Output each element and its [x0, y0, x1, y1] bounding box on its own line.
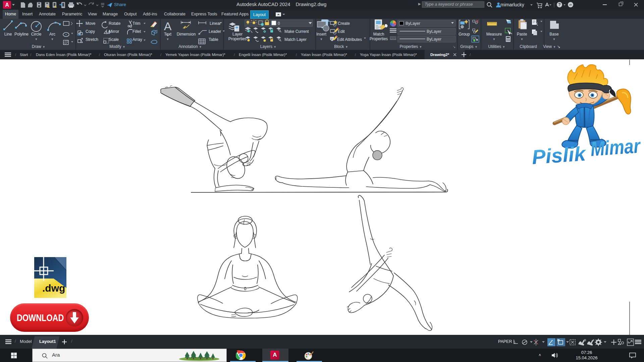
svg-text:A: A [164, 20, 172, 33]
svg-text:ByLayer: ByLayer [406, 21, 420, 26]
svg-text:ByLayer: ByLayer [427, 29, 441, 34]
svg-text:Mimar: Mimar [590, 134, 642, 160]
svg-text:0: 0 [278, 21, 280, 26]
svg-text:?: ? [558, 2, 560, 7]
svg-text:ByLayer: ByLayer [427, 37, 441, 42]
svg-text:V: V [331, 38, 333, 41]
svg-text:.dwg: .dwg [42, 283, 65, 294]
svg-text:Pislik: Pislik [531, 142, 587, 168]
